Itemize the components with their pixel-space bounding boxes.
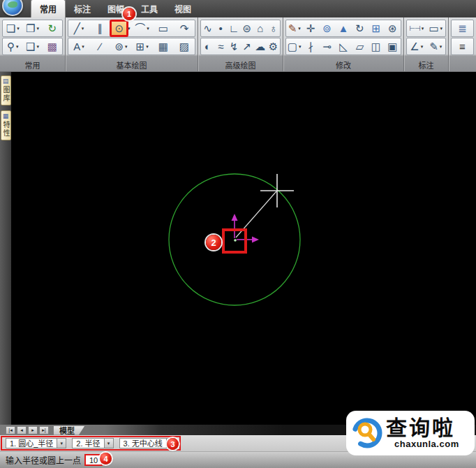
ribbon-group-label: 高级绘图: [198, 59, 283, 70]
centerline-icon[interactable]: ∕: [89, 38, 110, 54]
sheet-nav-button-0[interactable]: |◂: [6, 426, 15, 434]
model-tab[interactable]: 模型: [53, 425, 85, 435]
menu-tab-视图[interactable]: 视图: [166, 0, 200, 17]
wave-line-icon[interactable]: ≈: [214, 38, 228, 54]
select-frame-icon[interactable]: ▢▾: [286, 38, 302, 54]
pointer-arrow-icon[interactable]: ↗: [240, 38, 253, 54]
copy-icon-dropdown[interactable]: ▾: [36, 26, 39, 31]
arc-icon-dropdown[interactable]: ▾: [147, 26, 149, 31]
wheel-icon-dropdown[interactable]: ▾: [125, 44, 128, 50]
ellipse-icon[interactable]: ⊜: [240, 20, 253, 36]
wheel-icon[interactable]: ⊚▾: [110, 38, 131, 54]
region-fill-icon[interactable]: ▨: [174, 38, 195, 54]
ribbon-group-label: 修改: [283, 59, 403, 70]
ribbon-group-label: 常用: [0, 59, 65, 70]
side-tab-label: 图库: [2, 86, 9, 103]
line-icon-dropdown[interactable]: ▾: [82, 26, 84, 31]
select-frame-icon-dropdown[interactable]: ▾: [299, 44, 302, 50]
label-annotation-icon[interactable]: ▭▾: [426, 20, 446, 36]
coordinate-dimension-icon[interactable]: ∠▾: [407, 38, 426, 54]
regenerate-icon[interactable]: ↻: [43, 20, 62, 36]
gear-icon[interactable]: ⚙: [267, 38, 280, 54]
option-combo-2-dropdown[interactable]: ▾: [105, 438, 114, 448]
hatch-icon[interactable]: ▦: [153, 38, 174, 54]
dimension-edit-icon[interactable]: ✎▾: [426, 38, 446, 54]
title-menu-bar: 常用标注图幅工具视图: [0, 0, 476, 17]
point-icon[interactable]: •: [214, 20, 228, 36]
cloud-line-icon[interactable]: ☁: [253, 38, 267, 54]
side-tab-特性[interactable]: ▦特性: [1, 110, 11, 140]
block-insert-icon[interactable]: ♁: [267, 20, 280, 36]
center-point: [234, 239, 237, 242]
text-icon-dropdown[interactable]: ▾: [82, 44, 84, 50]
text-icon[interactable]: A▾: [68, 38, 89, 54]
array-icon[interactable]: ⊞: [368, 20, 384, 36]
jagged-line-icon[interactable]: ↯: [228, 38, 241, 54]
ribbon-group-标注: ⊢⊣▾▭▾∠▾✎▾标注: [404, 17, 449, 71]
polygon-icon[interactable]: ⌂: [253, 20, 267, 36]
display-settings-icon[interactable]: ▩: [43, 38, 62, 54]
sheet-nav-button-1[interactable]: ◂: [17, 426, 27, 434]
side-tab-图库[interactable]: ▤图库: [1, 75, 11, 105]
line-icon[interactable]: ╱▾: [68, 20, 89, 36]
watermark-title: 查询啦: [386, 417, 455, 439]
chamfer-icon[interactable]: ◺: [335, 38, 351, 54]
dimension-icon-dropdown[interactable]: ▾: [422, 26, 424, 31]
app-button[interactable]: [2, 0, 23, 16]
half-section-icon[interactable]: ◐: [201, 38, 214, 54]
break-icon[interactable]: ▱: [352, 38, 368, 54]
dimension-edit-icon-dropdown[interactable]: ▾: [440, 44, 442, 50]
paste-icon-dropdown[interactable]: ▾: [17, 26, 20, 31]
coordinate-dimension-icon-dropdown[interactable]: ▾: [421, 44, 424, 50]
sheet-nav-button-2[interactable]: ▸: [28, 426, 38, 434]
command-prompt: 输入半径或圆上一点: [6, 454, 81, 466]
option-combo-2-value[interactable]: 2. 半径: [72, 438, 104, 448]
delete-icon[interactable]: ✎▾: [286, 20, 302, 36]
callout-1-badge: 1: [123, 8, 135, 20]
option-combo-1-dropdown[interactable]: ▾: [57, 438, 66, 448]
ribbon-group-常用: ❏▾❐▾↻⚲▾❑▾▩常用: [0, 17, 66, 71]
menu-tab-工具[interactable]: 工具: [133, 0, 166, 17]
offset-icon[interactable]: ⊛: [385, 20, 401, 36]
bitmap-icon[interactable]: ▣: [385, 38, 401, 54]
explode-icon[interactable]: ◫: [368, 38, 384, 54]
menu-tab-常用[interactable]: 常用: [31, 0, 66, 17]
option-combo-3-value[interactable]: 3. 无中心线: [119, 438, 167, 448]
sheet-nav-buttons: |◂◂▸▸|: [6, 426, 49, 434]
delete-icon-dropdown[interactable]: ▾: [298, 26, 301, 31]
trim-icon[interactable]: ∤: [302, 38, 318, 54]
ribbon-group-label: 标注: [404, 59, 448, 70]
arc-icon[interactable]: ⌒▾: [132, 20, 153, 36]
rotate-icon[interactable]: ↻: [352, 20, 368, 36]
copy-object-icon[interactable]: ⊚: [319, 20, 335, 36]
label-annotation-icon-dropdown[interactable]: ▾: [440, 26, 443, 31]
layers-icon[interactable]: ❑▾: [22, 38, 42, 54]
parallel-line-icon[interactable]: ∥: [89, 20, 110, 36]
drawing-canvas[interactable]: [11, 72, 476, 425]
option-combo-1-value[interactable]: 1. 圆心_半径: [6, 438, 57, 448]
rectangle-icon[interactable]: ▭: [153, 20, 174, 36]
move-icon[interactable]: ✛: [302, 20, 318, 36]
menu-tab-标注[interactable]: 标注: [66, 0, 99, 17]
circle-icon-dropdown[interactable]: ▾: [128, 26, 131, 31]
circle-icon[interactable]: ⊙▾: [110, 20, 131, 36]
library-panel-icon: ▤: [3, 78, 9, 85]
document-lines-icon[interactable]: ≣: [452, 20, 473, 36]
app-window: { "menu": { "tabs": [ { "label": "常用", "…: [0, 0, 476, 468]
layers-icon-dropdown[interactable]: ▾: [36, 44, 39, 50]
circle-options-group: 1. 圆心_半径▾2. 半径▾3. 无中心线▾: [1, 436, 181, 451]
mirror-icon[interactable]: ▲: [335, 20, 351, 36]
copy-icon[interactable]: ❐▾: [22, 20, 42, 36]
paper-frame-icon-dropdown[interactable]: ▾: [146, 44, 149, 50]
sheet-nav-button-3[interactable]: ▸|: [39, 426, 49, 434]
zoom-icon[interactable]: ⚲▾: [3, 38, 22, 54]
zoom-icon-dropdown[interactable]: ▾: [16, 44, 19, 50]
dimension-icon[interactable]: ⊢⊣▾: [407, 20, 426, 36]
extend-icon[interactable]: ⊸: [319, 38, 335, 54]
revision-cloud-icon[interactable]: ↷: [174, 20, 195, 36]
polyline-icon[interactable]: ∟: [228, 20, 241, 36]
paste-icon[interactable]: ❏▾: [3, 20, 22, 36]
paper-frame-icon[interactable]: ⊞▾: [132, 38, 153, 54]
spline-icon[interactable]: ∿: [201, 20, 214, 36]
list-menu-icon[interactable]: ≡: [452, 38, 473, 54]
